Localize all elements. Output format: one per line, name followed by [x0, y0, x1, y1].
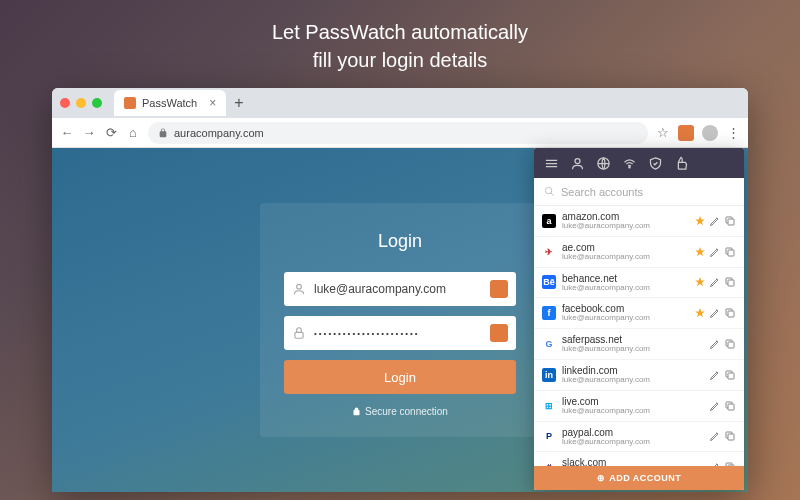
account-info: slack.comluke@auracompany.com [562, 457, 703, 466]
minimize-window-icon[interactable] [76, 98, 86, 108]
account-info: facebook.comluke@auracompany.com [562, 303, 688, 323]
edit-icon[interactable] [709, 246, 721, 258]
tab-strip: PassWatch × + [52, 88, 748, 118]
maximize-window-icon[interactable] [92, 98, 102, 108]
account-domain: paypal.com [562, 427, 703, 438]
favicon-icon [124, 97, 136, 109]
extension-popup: Search accounts aamazon.comluke@auracomp… [534, 148, 744, 490]
account-user: luke@auracompany.com [562, 438, 703, 447]
account-info: amazon.comluke@auracompany.com [562, 211, 688, 231]
browser-window: PassWatch × + ← → ⟳ ⌂ auracompany.com ☆ … [52, 88, 748, 492]
svg-rect-7 [728, 250, 734, 256]
copy-icon[interactable] [724, 430, 736, 442]
email-field-wrapper: luke@auracompany.com [284, 272, 516, 306]
shield-check-icon[interactable] [644, 152, 666, 174]
back-icon[interactable]: ← [60, 126, 74, 140]
copy-icon[interactable] [724, 307, 736, 319]
star-icon[interactable] [694, 307, 706, 319]
edit-icon[interactable] [709, 400, 721, 412]
copy-icon[interactable] [724, 400, 736, 412]
address-bar[interactable]: auracompany.com [148, 122, 648, 144]
search-icon [544, 186, 555, 197]
copy-icon[interactable] [724, 215, 736, 227]
menu-icon[interactable]: ⋮ [726, 126, 740, 140]
svg-rect-6 [728, 219, 734, 225]
popup-toolbar [534, 148, 744, 178]
close-window-icon[interactable] [60, 98, 70, 108]
account-user: luke@auracompany.com [562, 407, 703, 416]
edit-icon[interactable] [709, 215, 721, 227]
account-row[interactable]: #slack.comluke@auracompany.com [534, 452, 744, 466]
secure-connection-label: Secure connection [284, 406, 516, 417]
account-row[interactable]: ⊞live.comluke@auracompany.com [534, 391, 744, 422]
star-icon[interactable]: ☆ [656, 126, 670, 140]
account-info: live.comluke@auracompany.com [562, 396, 703, 416]
search-placeholder: Search accounts [561, 186, 643, 198]
url-text: auracompany.com [174, 127, 264, 139]
new-tab-button[interactable]: + [234, 94, 243, 112]
account-row[interactable]: Bēbehance.netluke@auracompany.com [534, 268, 744, 299]
star-icon[interactable] [694, 276, 706, 288]
copy-icon[interactable] [724, 338, 736, 350]
search-accounts[interactable]: Search accounts [534, 178, 744, 206]
edit-icon[interactable] [709, 307, 721, 319]
account-domain: behance.net [562, 273, 688, 284]
tab-title: PassWatch [142, 97, 197, 109]
close-tab-icon[interactable]: × [209, 96, 216, 110]
forward-icon[interactable]: → [82, 126, 96, 140]
copy-icon[interactable] [724, 369, 736, 381]
password-field-wrapper: •••••••••••••••••••••• [284, 316, 516, 350]
edit-icon[interactable] [709, 369, 721, 381]
account-user: luke@auracompany.com [562, 376, 703, 385]
edit-icon[interactable] [709, 338, 721, 350]
account-domain: slack.com [562, 457, 703, 466]
globe-icon[interactable] [592, 152, 614, 174]
service-logo-icon: f [542, 306, 556, 320]
lock-field-icon [292, 326, 306, 340]
account-row[interactable]: inlinkedin.comluke@auracompany.com [534, 360, 744, 391]
traffic-lights[interactable] [60, 98, 102, 108]
browser-tab[interactable]: PassWatch × [114, 90, 226, 116]
login-title: Login [284, 231, 516, 252]
account-row[interactable]: aamazon.comluke@auracompany.com [534, 206, 744, 237]
service-logo-icon: ⊞ [542, 399, 556, 413]
passwatch-extension-icon[interactable] [678, 125, 694, 141]
secure-lock-icon [352, 407, 361, 416]
copy-icon[interactable] [724, 461, 736, 466]
star-icon[interactable] [694, 246, 706, 258]
svg-rect-10 [728, 342, 734, 348]
service-logo-icon: G [542, 337, 556, 351]
autofill-shield-icon[interactable] [490, 280, 508, 298]
home-icon[interactable]: ⌂ [126, 126, 140, 140]
add-account-button[interactable]: ⊕ ADD ACCOUNT [534, 466, 744, 490]
browser-toolbar: ← → ⟳ ⌂ auracompany.com ☆ ⋮ [52, 118, 748, 148]
accounts-list: aamazon.comluke@auracompany.com✈ae.comlu… [534, 206, 744, 466]
copy-icon[interactable] [724, 276, 736, 288]
edit-icon[interactable] [709, 461, 721, 466]
account-user: luke@auracompany.com [562, 345, 703, 354]
lock-icon [158, 128, 168, 138]
login-card: Login luke@auracompany.com •••••••••••••… [260, 203, 540, 437]
edit-icon[interactable] [709, 276, 721, 288]
service-logo-icon: P [542, 429, 556, 443]
wifi-icon[interactable] [618, 152, 640, 174]
password-input[interactable]: •••••••••••••••••••••• [314, 329, 482, 338]
account-info: paypal.comluke@auracompany.com [562, 427, 703, 447]
svg-point-4 [628, 166, 629, 167]
copy-icon[interactable] [724, 246, 736, 258]
menu-icon[interactable] [540, 152, 562, 174]
autofill-shield-icon[interactable] [490, 324, 508, 342]
profile-icon[interactable] [702, 125, 718, 141]
account-row[interactable]: Gsaferpass.netluke@auracompany.com [534, 329, 744, 360]
star-icon[interactable] [694, 215, 706, 227]
account-row[interactable]: ffacebook.comluke@auracompany.com [534, 298, 744, 329]
login-button[interactable]: Login [284, 360, 516, 394]
thumbs-up-icon[interactable] [670, 152, 692, 174]
edit-icon[interactable] [709, 430, 721, 442]
account-row[interactable]: Ppaypal.comluke@auracompany.com [534, 422, 744, 453]
account-row[interactable]: ✈ae.comluke@auracompany.com [534, 237, 744, 268]
account-info: linkedin.comluke@auracompany.com [562, 365, 703, 385]
user-icon[interactable] [566, 152, 588, 174]
reload-icon[interactable]: ⟳ [104, 126, 118, 140]
email-input[interactable]: luke@auracompany.com [314, 282, 482, 296]
